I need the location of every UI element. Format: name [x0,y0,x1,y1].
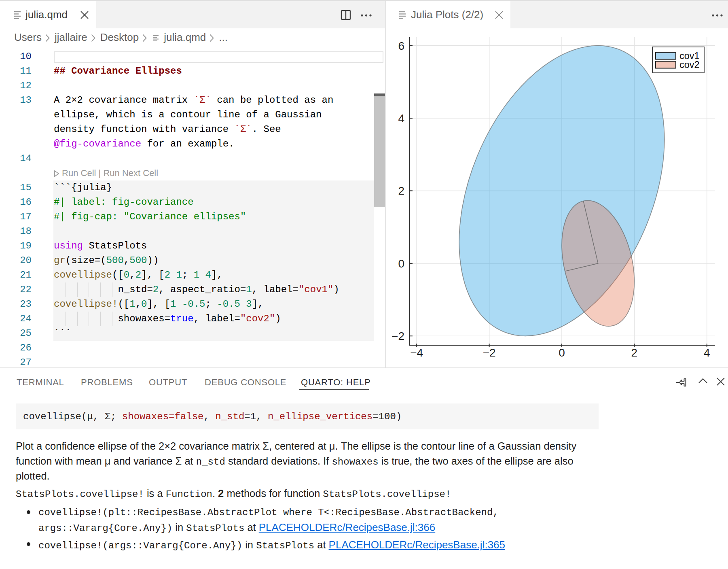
svg-text:cov2: cov2 [679,59,700,70]
svg-text:4: 4 [398,112,404,125]
svg-text:4: 4 [704,346,710,359]
svg-text:−2: −2 [392,330,404,342]
svg-text:2: 2 [398,185,404,197]
svg-text:−4: −4 [410,346,423,359]
svg-text:0: 0 [398,257,404,270]
svg-text:6: 6 [398,40,404,52]
svg-text:2: 2 [631,346,638,359]
svg-text:−2: −2 [483,346,496,359]
svg-text:0: 0 [559,346,565,359]
